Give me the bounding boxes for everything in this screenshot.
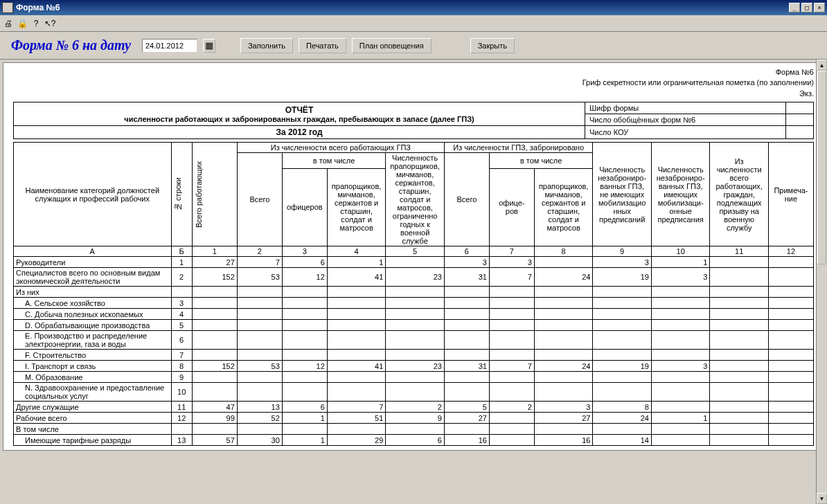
- cell[interactable]: [237, 383, 282, 402]
- cell[interactable]: [192, 320, 237, 331]
- cell[interactable]: [534, 424, 593, 435]
- cell[interactable]: [237, 424, 282, 435]
- table-row[interactable]: A. Сельское хозяйство3: [14, 298, 814, 309]
- cell[interactable]: [192, 287, 237, 298]
- cell[interactable]: 41: [327, 361, 386, 372]
- cell[interactable]: 13: [237, 402, 282, 413]
- cell[interactable]: [710, 435, 769, 446]
- cell[interactable]: [192, 309, 237, 320]
- cell[interactable]: [489, 331, 534, 350]
- cell[interactable]: [768, 298, 813, 309]
- cell[interactable]: 14: [593, 435, 652, 446]
- cell[interactable]: [444, 320, 489, 331]
- cell[interactable]: [327, 424, 386, 435]
- cell[interactable]: 3: [593, 257, 652, 268]
- minimize-button[interactable]: _: [789, 3, 800, 12]
- cell[interactable]: 7: [489, 361, 534, 372]
- cell[interactable]: [237, 320, 282, 331]
- cell[interactable]: [768, 413, 813, 424]
- table-row[interactable]: F. Строительство7: [14, 350, 814, 361]
- cell[interactable]: [651, 350, 710, 361]
- cell[interactable]: [534, 383, 593, 402]
- cell[interactable]: 47: [192, 402, 237, 413]
- table-row[interactable]: Руководители1277613331: [14, 257, 814, 268]
- cell[interactable]: [710, 372, 769, 383]
- cell[interactable]: [710, 350, 769, 361]
- maximize-button[interactable]: □: [801, 3, 812, 12]
- cell[interactable]: [651, 402, 710, 413]
- cell[interactable]: 1: [327, 257, 386, 268]
- cell[interactable]: [534, 372, 593, 383]
- cell[interactable]: 7: [327, 402, 386, 413]
- cell[interactable]: [710, 268, 769, 287]
- cell[interactable]: [489, 350, 534, 361]
- table-row[interactable]: I. Транспорт и связь81525312412331724193: [14, 361, 814, 372]
- cell[interactable]: [710, 331, 769, 350]
- cell[interactable]: [768, 287, 813, 298]
- cell[interactable]: 3: [651, 361, 710, 372]
- cell[interactable]: [192, 383, 237, 402]
- cell[interactable]: [489, 298, 534, 309]
- cell[interactable]: 3: [489, 257, 534, 268]
- table-row[interactable]: N. Здравоохранение и предоставление соци…: [14, 383, 814, 402]
- cell[interactable]: [192, 424, 237, 435]
- cell[interactable]: [192, 350, 237, 361]
- cell[interactable]: [768, 424, 813, 435]
- cell[interactable]: [444, 372, 489, 383]
- date-picker-button[interactable]: ▦: [203, 39, 215, 53]
- cell[interactable]: 152: [192, 268, 237, 287]
- cell[interactable]: [593, 424, 652, 435]
- cell[interactable]: 16: [444, 435, 489, 446]
- cell[interactable]: [192, 331, 237, 350]
- cell[interactable]: 52: [237, 413, 282, 424]
- table-row[interactable]: M. Образование9: [14, 372, 814, 383]
- table-row[interactable]: Рабочие всего12995215192727241: [14, 413, 814, 424]
- cell[interactable]: 24: [534, 268, 593, 287]
- scroll-down-button[interactable]: ▼: [817, 493, 827, 504]
- cell[interactable]: [386, 383, 445, 402]
- cell[interactable]: 6: [386, 435, 445, 446]
- cell[interactable]: [237, 372, 282, 383]
- cell[interactable]: [386, 424, 445, 435]
- cell[interactable]: [593, 350, 652, 361]
- cell[interactable]: 19: [593, 268, 652, 287]
- cell[interactable]: [710, 309, 769, 320]
- cell[interactable]: [710, 402, 769, 413]
- cell[interactable]: [710, 287, 769, 298]
- cell[interactable]: [651, 372, 710, 383]
- cell[interactable]: 23: [386, 268, 445, 287]
- cell[interactable]: [768, 257, 813, 268]
- scroll-thumb[interactable]: [817, 71, 826, 264]
- cell[interactable]: 53: [237, 361, 282, 372]
- cell[interactable]: [386, 257, 445, 268]
- cell[interactable]: [768, 372, 813, 383]
- cell[interactable]: [534, 350, 593, 361]
- cell[interactable]: [282, 383, 327, 402]
- cell[interactable]: [386, 350, 445, 361]
- cell[interactable]: [593, 287, 652, 298]
- cell[interactable]: [651, 309, 710, 320]
- table-row[interactable]: C. Добыча полезных ископаемых4: [14, 309, 814, 320]
- cell[interactable]: [327, 372, 386, 383]
- vertical-scrollbar[interactable]: ▲ ▼: [816, 60, 827, 504]
- cell[interactable]: [282, 298, 327, 309]
- cell[interactable]: [534, 287, 593, 298]
- cell[interactable]: [444, 383, 489, 402]
- cell[interactable]: [710, 257, 769, 268]
- meta-value[interactable]: [786, 114, 814, 126]
- cell[interactable]: [282, 424, 327, 435]
- cell[interactable]: 27: [534, 413, 593, 424]
- cell[interactable]: 5: [444, 402, 489, 413]
- lock-icon[interactable]: 🔒: [17, 18, 28, 29]
- cell[interactable]: 31: [444, 268, 489, 287]
- cell[interactable]: [651, 424, 710, 435]
- cell[interactable]: [768, 350, 813, 361]
- cell[interactable]: [489, 435, 534, 446]
- cell[interactable]: [593, 372, 652, 383]
- cell[interactable]: [651, 383, 710, 402]
- date-input[interactable]: [142, 39, 197, 53]
- table-row[interactable]: Из них: [14, 287, 814, 298]
- cell[interactable]: [327, 309, 386, 320]
- cell[interactable]: [444, 350, 489, 361]
- cell[interactable]: [237, 287, 282, 298]
